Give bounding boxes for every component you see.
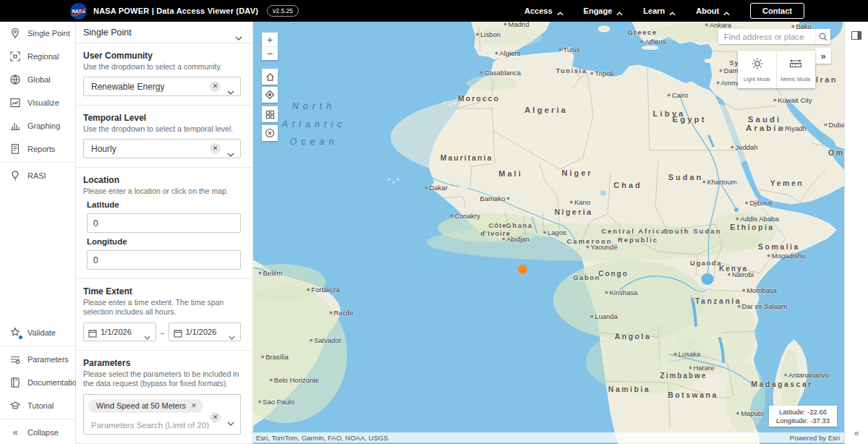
nav-learn[interactable]: Learn [643,7,676,15]
panel-header[interactable]: Single Point [76,22,252,43]
section-title: Location [83,175,241,185]
notification-dot [18,335,23,340]
temporal-level-section: Temporal Level Use the dropdown to selec… [76,106,252,168]
start-date-input[interactable]: 1/1/2026 [83,323,156,341]
contact-button[interactable]: Contact [750,3,804,19]
longitude-readout: Longitude: -37.33 [773,417,833,425]
section-title: Parameters [83,358,241,368]
clear-icon[interactable]: ✕ [210,412,221,423]
chevron-down-icon[interactable] [227,85,234,89]
sidebar-divider [0,162,75,163]
section-description: Use the dropdown to select a community. [83,62,241,72]
chevron-up-icon [557,9,563,13]
expand-panel-icon[interactable] [851,30,862,43]
section-title: Temporal Level [83,113,241,123]
expand-toolbar-button[interactable]: » [815,48,831,64]
clear-icon[interactable]: ✕ [210,143,221,154]
search-icon[interactable] [815,29,830,44]
sidebar-label: Regional [27,52,59,61]
mode-panel: Light Mode Metric Mode [738,51,815,88]
attribution-sources: Esri, TomTom, Garmin, FAO, NOAA, USGS [256,434,790,442]
zoom-in-button[interactable]: + [262,33,278,46]
sidebar-item-visualize[interactable]: Visualize [0,91,75,114]
powered-by-esri[interactable]: Powered by Esri [790,434,840,442]
user-community-select[interactable]: Renewable Energy ✕ [83,77,241,96]
circle-x-icon [265,128,275,138]
parameters-select[interactable]: Wind Speed at 50 Meters ✕ ✕ Parameters S… [83,394,241,435]
temporal-level-select[interactable]: Hourly ✕ [83,139,241,158]
sidebar-divider [0,346,75,346]
sidebar-item-graphing[interactable]: Graphing [0,114,75,137]
section-description: Please enter a location or click on the … [83,187,241,196]
collapse-right-icon[interactable]: « [854,428,859,438]
validate-icon [9,327,21,338]
sidebar-item-collapse[interactable]: « Collapse [0,421,75,444]
tutorial-icon [9,400,21,411]
layers-icon [9,354,21,365]
sidebar-item-single-point[interactable]: Single Point [0,22,75,45]
metric-mode-button[interactable]: Metric Mode [776,51,814,88]
sidebar-item-regional[interactable]: Regional [0,45,75,68]
latitude-input[interactable] [87,213,241,233]
parameter-chip[interactable]: Wind Speed at 50 Meters ✕ [88,399,203,413]
map-search [718,29,830,44]
sidebar-item-validate[interactable]: Validate [0,321,75,344]
section-title: Time Extent [83,286,241,296]
zoom-controls: + − [262,33,278,60]
section-description: Please enter a time extent. The time spa… [83,298,241,317]
date-range-row: 1/1/2026 → 1/1/2026 [83,323,241,341]
selected-point-marker[interactable] [518,265,527,274]
home-button[interactable] [262,69,278,85]
longitude-input[interactable] [87,250,241,270]
chevron-down-icon[interactable] [227,147,234,151]
book-icon [9,377,21,388]
brand: NASA NASA POWER | Data Access Viewer (DA… [69,2,299,20]
sidebar-label: Global [27,75,51,84]
sidebar-label: Visualize [27,98,59,107]
map-canvas[interactable]: NorthAtlanticOceanMoroccoAlgeriaLibyaEgy… [253,22,844,444]
sidebar-item-parameters[interactable]: Parameters [0,348,75,371]
sidebar-item-global[interactable]: Global [0,68,75,91]
right-rail: « [844,22,868,444]
app-header: NASA NASA POWER | Data Access Viewer (DA… [0,0,868,22]
sidebar-label: Documentation [27,378,81,387]
basemap-gallery-button[interactable] [262,106,278,122]
map-search-input[interactable] [718,33,815,41]
sidebar-label: RASI [27,171,46,180]
remove-chip-icon[interactable]: ✕ [191,402,197,409]
calendar-icon [88,328,97,336]
globe-icon [9,74,21,85]
arrow-right-icon: → [156,328,169,336]
sidebar-label: Parameters [27,355,69,364]
ruler-icon [788,57,803,73]
sidebar-label: Graphing [27,121,60,130]
chevron-down-icon[interactable] [227,416,234,420]
nav-access-label: Access [524,7,553,15]
sidebar-item-rasi[interactable]: RASI [0,164,75,187]
time-extent-section: Time Extent Please enter a time extent. … [76,279,252,351]
light-mode-button[interactable]: Light Mode [738,51,776,88]
parameters-section: Parameters Please select the parameters … [76,351,252,444]
tool-sidebar: Single Point Regional Global Visualize G… [0,22,76,444]
locate-button[interactable] [262,87,278,103]
sun-icon [751,57,764,73]
sidebar-item-tutorial[interactable]: Tutorial [0,394,75,417]
select-value: Renewable Energy [91,82,210,92]
nav-learn-label: Learn [643,7,665,15]
sidebar-item-reports[interactable]: Reports [0,137,75,161]
lightbulb-icon [9,170,21,182]
home-icon [265,72,275,82]
zoom-out-button[interactable]: − [262,46,278,60]
longitude-label: Longitude [87,237,241,246]
nav-engage[interactable]: Engage [584,7,624,15]
map-attribution: Esri, TomTom, Garmin, FAO, NOAA, USGS Po… [253,432,844,443]
nav-access[interactable]: Access [524,7,563,15]
clear-graphics-button[interactable] [262,125,278,141]
sidebar-divider [0,419,75,419]
clear-icon[interactable]: ✕ [210,81,221,92]
coordinates-readout: Latitude: -22.66 Longitude: -37.33 [769,406,837,427]
nav-about[interactable]: About [696,7,730,15]
parameters-search-placeholder[interactable]: Parameters Search (Limit of 20) [91,421,209,430]
sidebar-item-documentation[interactable]: Documentation [0,371,75,394]
end-date-input[interactable]: 1/1/2026 [169,323,242,341]
